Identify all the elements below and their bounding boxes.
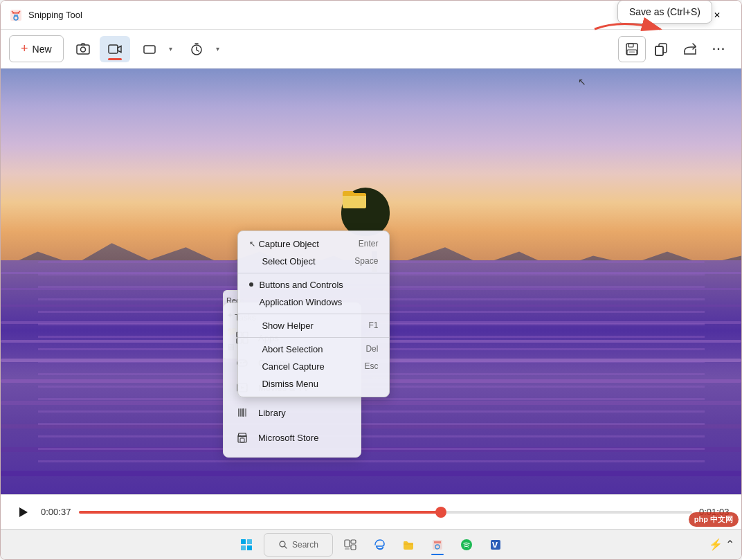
- new-plus-icon: +: [21, 42, 28, 56]
- menu-divider-2: [238, 314, 389, 314]
- svg-rect-37: [345, 548, 350, 550]
- red-arrow-icon: [588, 15, 671, 43]
- taskbar-edge[interactable]: [368, 533, 391, 557]
- library-icon: [235, 405, 250, 420]
- play-button[interactable]: [12, 501, 34, 523]
- progress-bar[interactable]: [79, 511, 692, 514]
- new-button-label: New: [33, 44, 52, 55]
- menu-item-left: Cancel Capture: [249, 361, 324, 372]
- toolbar-right: Save as (Ctrl+S): [618, 36, 733, 62]
- shortcut-enter: Enter: [359, 239, 379, 249]
- menu-divider: [238, 273, 389, 273]
- video-controls: 0:00:37 0:01:03: [1, 494, 741, 529]
- svg-rect-28: [240, 438, 244, 442]
- menu-label-select: Select Object: [262, 256, 315, 267]
- svg-rect-30: [247, 539, 252, 544]
- menu-item-left: Buttons and Controls: [249, 280, 343, 290]
- timer-dropdown-button[interactable]: ▾: [212, 36, 224, 62]
- svg-rect-29: [241, 539, 246, 544]
- menu-item-left: ↖ Capture Object: [249, 239, 318, 249]
- current-time: 0:00:37: [41, 507, 72, 517]
- panel-item-library[interactable]: Library: [224, 400, 361, 425]
- shape-mode-group: ▾: [134, 36, 177, 62]
- shortcut-space: Space: [354, 256, 378, 266]
- shortcut-esc: Esc: [364, 361, 378, 371]
- menu-item-buttons-controls[interactable]: Buttons and Controls: [238, 276, 389, 293]
- snipping-tool-window: Snipping Tool 🗕 🗗 ✕ + New: [0, 0, 742, 560]
- svg-rect-35: [351, 540, 356, 543]
- taskbar-active-indicator: [431, 554, 444, 555]
- svg-rect-11: [629, 51, 635, 53]
- menu-dot-icon: [249, 282, 253, 287]
- chevron-icon[interactable]: ⌃: [725, 538, 734, 551]
- screenshot-mode-button[interactable]: [68, 36, 98, 62]
- svg-rect-4: [109, 45, 118, 53]
- screenshot-image: ↖ Capture Object Enter Select Object Spa…: [1, 69, 741, 494]
- menu-item-left: Dismiss Menu: [249, 379, 318, 389]
- php-watermark: php 中文网: [689, 512, 739, 527]
- more-button[interactable]: ···: [705, 36, 733, 62]
- taskbar-start-button[interactable]: [235, 533, 258, 557]
- taskbar-explorer[interactable]: [397, 533, 420, 557]
- capture-mode-group: [68, 36, 130, 62]
- taskbar: Search: [1, 529, 741, 559]
- toolbar: + New: [1, 30, 741, 69]
- content-area: ↖ Capture Object Enter Select Object Spa…: [1, 69, 741, 529]
- svg-rect-2: [77, 45, 89, 54]
- menu-item-left: Application Windows: [249, 297, 342, 307]
- video-mode-button[interactable]: [100, 36, 130, 62]
- usb-icon[interactable]: ⚡: [709, 538, 723, 551]
- menu-label-dismiss: Dismiss Menu: [262, 379, 318, 389]
- menu-label-abort: Abort Selection: [262, 344, 323, 354]
- shape-mode-button[interactable]: [134, 36, 165, 62]
- menu-item-dismiss-menu[interactable]: Dismiss Menu: [238, 375, 389, 392]
- taskbar-spotify[interactable]: [455, 533, 478, 557]
- taskbar-taskview[interactable]: [338, 533, 362, 557]
- lavender-background: ↖ Capture Object Enter Select Object Spa…: [1, 69, 741, 494]
- shortcut-del: Del: [365, 344, 378, 354]
- folder-icon: [341, 188, 368, 215]
- store-icon: [235, 430, 250, 445]
- svg-point-3: [80, 47, 85, 52]
- menu-item-capture-object[interactable]: ↖ Capture Object Enter: [238, 235, 389, 253]
- store-label: Microsoft Store: [258, 433, 318, 443]
- svg-rect-23: [238, 408, 239, 417]
- shape-dropdown-button[interactable]: ▾: [165, 36, 177, 62]
- menu-item-left: Abort Selection: [249, 344, 323, 354]
- svg-rect-36: [351, 545, 356, 550]
- progress-thumb[interactable]: [435, 507, 446, 518]
- taskbar-snipping[interactable]: [426, 533, 449, 557]
- taskbar-search[interactable]: Search: [264, 533, 333, 557]
- menu-item-select-object[interactable]: Select Object Space: [238, 253, 389, 270]
- menu-item-left: Show Helper: [249, 320, 313, 331]
- menu-label-buttons: Buttons and Controls: [259, 280, 343, 290]
- cursor-icon: ↖: [249, 240, 255, 249]
- svg-rect-26: [245, 408, 246, 417]
- svg-rect-25: [242, 408, 244, 417]
- menu-divider-3: [238, 337, 389, 338]
- library-label: Library: [258, 408, 286, 418]
- progress-filled: [79, 511, 441, 514]
- shortcut-f1: F1: [368, 320, 378, 330]
- svg-rect-31: [241, 545, 246, 550]
- svg-rect-13: [655, 46, 663, 55]
- menu-item-show-helper[interactable]: Show Helper F1: [238, 317, 389, 334]
- timer-button[interactable]: [181, 36, 212, 62]
- share-button[interactable]: [676, 36, 704, 62]
- taskbar-system-tray: ⚡ ⌃: [709, 538, 734, 551]
- app-icon: [9, 8, 23, 22]
- new-button[interactable]: + New: [9, 35, 64, 62]
- menu-item-app-windows[interactable]: Application Windows: [238, 293, 389, 311]
- timer-group: ▾: [181, 36, 224, 62]
- menu-label-app-windows: Application Windows: [259, 297, 342, 307]
- menu-item-cancel-capture[interactable]: Cancel Capture Esc: [238, 358, 389, 375]
- search-label: Search: [292, 540, 318, 550]
- title-bar-left: Snipping Tool: [9, 8, 82, 22]
- context-menu: ↖ Capture Object Enter Select Object Spa…: [237, 231, 390, 397]
- menu-label-cancel: Cancel Capture: [262, 361, 324, 372]
- svg-rect-32: [247, 545, 252, 550]
- panel-item-store[interactable]: Microsoft Store: [224, 425, 361, 450]
- menu-item-abort-selection[interactable]: Abort Selection Del: [238, 341, 389, 358]
- taskbar-word[interactable]: [484, 533, 507, 557]
- svg-rect-24: [240, 408, 242, 417]
